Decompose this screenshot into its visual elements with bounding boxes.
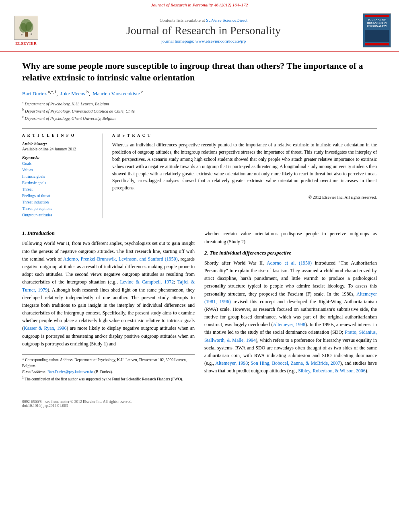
info-abstract-row: A R T I C L E I N F O Article history: A… bbox=[22, 134, 377, 218]
svg-point-6 bbox=[31, 33, 32, 35]
body-right-column: whether certain value orientations predi… bbox=[204, 230, 377, 382]
elsevier-tree-image bbox=[14, 16, 38, 40]
svg-point-5 bbox=[21, 34, 23, 35]
article-history-label: Article history: bbox=[22, 142, 96, 146]
journal-header-center: Contents lists available at SciVerse Sci… bbox=[44, 18, 363, 43]
svg-rect-4 bbox=[25, 32, 28, 37]
abstract-heading: A B S T R A C T bbox=[112, 134, 377, 138]
author-joke-link[interactable]: Joke Meeus bbox=[60, 90, 85, 97]
keyword-values[interactable]: Values bbox=[22, 167, 96, 173]
sciverse-line: Contents lists available at SciVerse Sci… bbox=[44, 18, 363, 23]
abstract-text: Whereas an individual differences perspe… bbox=[112, 142, 377, 192]
ref-sonhing[interactable]: Son Hing, Bobocel, Zanna, & McBride, 200… bbox=[251, 360, 340, 366]
keywords-label: Keywords: bbox=[22, 155, 96, 160]
author-bart: Bart Duriez a,*,1, bbox=[22, 90, 60, 97]
body-left-column: 1. Introduction Following World War II, … bbox=[22, 230, 195, 382]
journal-citation-text: Journal of Research in Personality 46 (2… bbox=[151, 2, 248, 7]
footnote-email: E-mail address: Bart.Duriez@psy.kuleuven… bbox=[22, 369, 195, 375]
footnotes: * Corresponding author. Address: Departm… bbox=[22, 354, 195, 382]
keyword-induction[interactable]: Threat induction bbox=[22, 199, 96, 205]
ref-altemeyer3[interactable]: Altemeyer, 1998 bbox=[215, 360, 248, 366]
keyword-threat[interactable]: Threat bbox=[22, 186, 96, 193]
author-maarten: Maarten Vansteenkiste c bbox=[93, 90, 143, 97]
keyword-intrinsic[interactable]: Intrinsic goals bbox=[22, 173, 96, 180]
sciverse-link[interactable]: SciVerse ScienceDirect bbox=[206, 18, 247, 23]
section1-paragraph1: Following World War II, from two differe… bbox=[22, 240, 195, 348]
main-content: Why are some people more susceptible to … bbox=[0, 52, 399, 390]
article-info-heading: A R T I C L E I N F O bbox=[22, 134, 96, 138]
page-footer: 0092-6566/$ – see front matter © 2012 El… bbox=[0, 397, 399, 410]
authors-line: Bart Duriez a,*,1, Joke Meeus b, Maarten… bbox=[22, 89, 377, 97]
affiliation-c: c Department of Psychology, Ghent Univer… bbox=[22, 115, 377, 122]
ref-kasser[interactable]: Kasser & Ryan, 1996 bbox=[24, 325, 66, 331]
journal-citation-bar: Journal of Research in Personality 46 (2… bbox=[0, 0, 399, 9]
affiliations: a Department of Psychology, K.U. Leuven,… bbox=[22, 100, 377, 122]
svg-point-3 bbox=[25, 22, 33, 32]
copyright-line: © 2012 Elsevier Inc. All rights reserved… bbox=[112, 195, 377, 199]
ref-adorno2[interactable]: Adorno et al. (1950) bbox=[267, 260, 312, 266]
author-maarten-link[interactable]: Maarten Vansteenkiste bbox=[93, 90, 140, 97]
article-info-column: A R T I C L E I N F O Article history: A… bbox=[22, 134, 103, 218]
header-divider bbox=[22, 128, 377, 129]
keyword-goals[interactable]: Goals bbox=[22, 160, 96, 167]
affiliation-a: a Department of Psychology, K.U. Leuven,… bbox=[22, 100, 377, 107]
section1-continuation: whether certain value orientations predi… bbox=[204, 230, 377, 245]
keyword-extrinsic[interactable]: Extrinsic goals bbox=[22, 180, 96, 186]
ref-levine[interactable]: Levine & Campbell, 1972 bbox=[120, 279, 174, 285]
section2-heading: 2. The individual differences perspectiv… bbox=[204, 250, 377, 256]
article-history-date: Available online 24 January 2012 bbox=[22, 147, 96, 151]
elsevier-logo: ELSEVIER bbox=[8, 16, 44, 45]
section1-heading: 1. Introduction bbox=[22, 230, 195, 236]
cover-title-text: JOURNAL OF RESEARCH IN PERSONALITY bbox=[365, 18, 389, 28]
affiliation-b: b Department of Psychology, Universidad … bbox=[22, 107, 377, 115]
footnote-fwo: 1 The contribution of the first author w… bbox=[22, 376, 195, 382]
keyword-feelings[interactable]: Feelings of threat bbox=[22, 193, 96, 199]
ref-pratto[interactable]: Pratto, Sidanius, Stallworth, & Malle, 1… bbox=[204, 329, 377, 343]
ref-altemeyer2[interactable]: Altemeyer, 1998 bbox=[273, 322, 305, 327]
keyword-perceptions[interactable]: Threat perceptions bbox=[22, 205, 96, 212]
body-columns: 1. Introduction Following World War II, … bbox=[22, 230, 377, 382]
journal-header: ELSEVIER Contents lists available at Sci… bbox=[0, 9, 399, 52]
author-bart-link[interactable]: Bart Duriez bbox=[22, 90, 47, 97]
elsevier-wordmark: ELSEVIER bbox=[15, 41, 37, 45]
ref-adorno[interactable]: Adorno, Frenkel-Brunswik, Levinson, and … bbox=[63, 256, 178, 262]
ref-sibley[interactable]: Sibley, Robertson, & Wilson, 2006 bbox=[298, 368, 366, 374]
abstract-column: A B S T R A C T Whereas an individual di… bbox=[112, 134, 377, 218]
email-link[interactable]: Bart.Duriez@psy.kuleuven.be bbox=[47, 370, 93, 374]
footer-doi: doi:10.1016/j.jrp.2012.01.003 bbox=[22, 404, 377, 408]
footnote-corresponding: * Corresponding author. Address: Departm… bbox=[22, 357, 195, 369]
journal-title: Journal of Research in Personality bbox=[44, 24, 363, 37]
article-title: Why are some people more susceptible to … bbox=[22, 60, 377, 83]
ref-altemeyer1[interactable]: Altemeyer (1981, 1996) bbox=[204, 291, 377, 304]
journal-cover-image: JOURNAL OF RESEARCH IN PERSONALITY bbox=[363, 13, 391, 47]
keyword-outgroup[interactable]: Outgroup attitudes bbox=[22, 212, 96, 218]
body-divider bbox=[22, 225, 377, 225]
footer-issn: 0092-6566/$ – see front matter © 2012 El… bbox=[22, 400, 377, 404]
keywords-list: Goals Values Intrinsic goals Extrinsic g… bbox=[22, 160, 96, 218]
section2-paragraph1: Shortly after World War II, Adorno et al… bbox=[204, 259, 377, 375]
journal-homepage: journal homepage: www.elsevier.com/locat… bbox=[44, 39, 363, 43]
author-joke: Joke Meeus b, bbox=[60, 90, 93, 97]
